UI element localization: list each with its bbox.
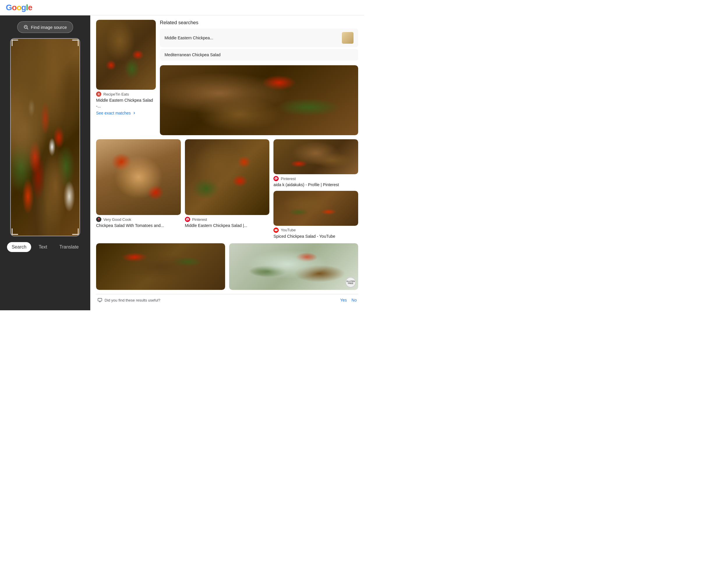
recipetin-icon: R [96,91,101,97]
logo-letter-g: G [6,3,12,12]
vgc-source-name: Very Good Cook [103,217,131,222]
source-pinterest-2: Pinterest [185,217,270,222]
find-source-label: Find image source [31,25,67,30]
corner-tl [12,40,18,46]
youtube-source-name: YouTube [281,228,296,232]
chickpea-pinterest-right-image [273,139,358,174]
bottom-tabs: Search Text Translate [7,242,83,252]
related-searches-title: Related searches [160,20,358,26]
result-card-mid-left[interactable] [96,139,181,215]
feedback-yes-button[interactable]: Yes [340,298,347,303]
mid-right-col: Pinterest aida k (aidakuks) - Profile | … [273,139,358,239]
related-item-0-img [342,32,354,44]
svg-line-1 [27,28,28,29]
svg-rect-2 [98,298,102,301]
result-card-bottom-right[interactable]: GLUTEN FREE [229,243,358,290]
mid-left-col: 📍 Very Good Cook Chickpea Salad With Tom… [96,139,181,239]
related-items-list: Middle Eastern Chickpea... Mediterranean… [160,29,358,61]
chickpea-bowl-image [96,139,181,215]
bottom-left-col [96,243,225,290]
logo-letter-o2: o [17,3,21,12]
pinterest-1-card-title[interactable]: aida k (aidakuks) - Profile | Pinterest [273,182,358,188]
youtube-stack-item: YouTube Spiced Chickpea Salad - YouTube [273,191,358,239]
mid-center-col: Pinterest Middle Eastern Chickpea Salad … [185,139,270,239]
middle-row: 📍 Very Good Cook Chickpea Salad With Tom… [96,139,358,239]
related-searches-section: Related searches Middle Eastern Chickpea… [160,20,358,61]
result-card-top-main-image[interactable] [96,20,156,90]
bottom-right-col: GLUTEN FREE [229,243,358,290]
top-left-column: R RecipeTin Eats Middle Eastern Chickpea… [96,20,156,135]
pinterest-1-source-name: Pinterest [281,176,296,181]
pinterest-icon-2 [185,217,190,222]
feedback-no-button[interactable]: No [351,298,357,303]
result-card-bottom-left[interactable] [96,243,225,290]
result-card-pinterest-right[interactable] [273,139,358,174]
find-image-source-button[interactable]: Find image source [17,21,73,33]
tab-translate[interactable]: Translate [55,242,83,252]
chickpea-youtube-image [273,191,358,226]
main-layout: Find image source Search Text Translate [0,15,364,310]
pinterest-icon-1 [273,176,279,181]
pinterest-stack-item: Pinterest aida k (aidakuks) - Profile | … [273,139,358,188]
vgc-icon: 📍 [96,217,101,222]
source-youtube: YouTube [273,227,358,233]
youtube-icon [273,227,279,233]
feedback-buttons: Yes No [340,298,357,303]
feedback-question-area: Did you find these results useful? [98,298,160,303]
logo-letter-o1: o [12,3,17,12]
corner-tr [72,40,79,46]
source-very-good-cook: 📍 Very Good Cook [96,217,181,222]
chickpea-top-right-image [160,65,358,135]
logo-letter-e: e [28,3,32,12]
logo-letter-g2: g [21,3,26,12]
related-item-0[interactable]: Middle Eastern Chickpea... [160,29,358,47]
logo-letter-l: l [26,3,28,12]
chickpea-top-left-image [96,20,156,90]
salad-image [11,39,79,236]
tab-search[interactable]: Search [7,242,31,252]
recipetin-source-name: RecipeTin Eats [103,92,129,96]
see-exact-matches[interactable]: See exact matches [96,111,156,115]
related-item-0-label: Middle Eastern Chickpea... [165,36,213,40]
pinterest-2-source-name: Pinterest [192,217,207,222]
bottom-row: GLUTEN FREE [96,243,358,290]
search-lens-icon [23,24,29,30]
top-right-column: Related searches Middle Eastern Chickpea… [160,20,358,135]
chickpea-bottom-left-image [96,243,225,290]
recipetin-card-title[interactable]: Middle Eastern Chickpea Salad -... [96,98,156,109]
google-logo[interactable]: Google [6,3,32,12]
pinterest-2-card-title[interactable]: Middle Eastern Chickpea Salad |... [185,223,270,229]
feedback-icon [98,298,102,303]
left-panel: Find image source Search Text Translate [0,15,90,310]
svg-point-0 [24,25,27,29]
chickpea-bottom-right-image [229,243,358,290]
uploaded-image-container [10,38,80,236]
corner-br [72,228,79,235]
top-section: R RecipeTin Eats Middle Eastern Chickpea… [96,20,358,135]
result-card-youtube[interactable] [273,191,358,226]
source-pinterest-1: Pinterest [273,176,358,181]
gluten-free-badge: GLUTEN FREE [345,277,356,288]
related-item-1-label: Mediterranean Chickpea Salad [165,52,220,57]
related-item-1[interactable]: Mediterranean Chickpea Salad [160,49,358,61]
source-recipetineats: R RecipeTin Eats [96,91,156,97]
chevron-right-icon [132,111,136,115]
see-exact-label: See exact matches [96,111,131,115]
corner-bl [12,228,18,235]
chickpea-dark-bowl-image [185,139,270,215]
vgc-card-title[interactable]: Chickpea Salad With Tomatoes and... [96,223,181,229]
tab-text[interactable]: Text [34,242,52,252]
result-card-mid-center[interactable] [185,139,270,215]
youtube-card-title[interactable]: Spiced Chickpea Salad - YouTube [273,234,358,239]
result-card-top-right[interactable] [160,65,358,135]
feedback-question: Did you find these results useful? [105,298,160,303]
feedback-bar: Did you find these results useful? Yes N… [96,294,358,306]
right-panel: R RecipeTin Eats Middle Eastern Chickpea… [90,15,364,310]
header: Google [0,0,364,15]
